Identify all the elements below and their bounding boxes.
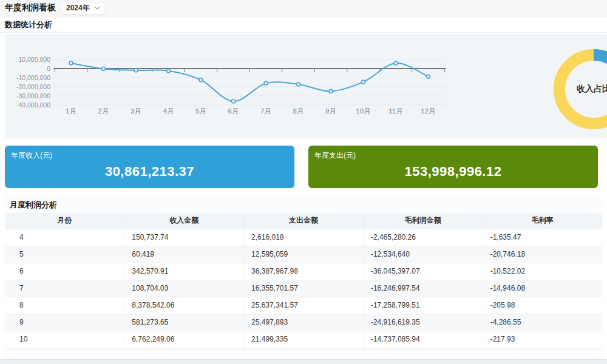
chevron-down-icon [94,6,100,10]
table-row: 88,378,542.0625,637,341.57-17,258,799.51… [5,297,602,314]
table-cell: 6,762,249.06 [124,331,244,348]
chart-panel: 10,000,0000-10,000,000-20,000,000-30,000… [5,34,607,138]
table-cell: 108,704.03 [124,280,244,297]
table-cell: -12,534,640 [363,246,483,263]
stats-section: 数据统计分析 [0,17,607,33]
dashboard-page: 年度利润看板 2024年 数据统计分析 10,000,0000-10,000,0… [0,0,607,364]
table-cell: -14,737,085.94 [363,331,483,348]
table-cell: 36,387,967.98 [244,263,364,280]
svg-text:8月: 8月 [293,107,304,115]
table-cell: 342,570.91 [124,263,244,280]
table-cell: 7,907,889.78 [124,348,244,350]
table-cell: -205.98 [483,297,602,314]
table-row: 6342,570.9136,387,967.98-36,045,397.07-1… [5,263,602,280]
table-cell: -16,246,997.54 [363,280,483,297]
table-cell: -20,746.18 [483,246,602,263]
svg-text:11月: 11月 [388,107,402,115]
svg-text:0: 0 [47,65,50,72]
table-cell: 21,499,335 [244,331,364,348]
table-cell: -217.93 [483,331,602,348]
svg-text:4月: 4月 [163,107,174,115]
table-cell: -2,465,280.26 [363,229,483,246]
stats-section-title: 数据统计分析 [5,19,52,30]
table-row: 9581,273.6525,497,893-24,916,619.35-4,28… [5,314,602,331]
svg-text:2月: 2月 [98,107,109,115]
year-select-value: 2024年 [66,3,90,13]
table-cell: 6 [5,263,124,280]
annual-income-value: 30,861,213.37 [5,164,294,180]
table-row: 7108,704.0316,355,701.57-16,246,997.54-1… [5,280,602,297]
column-header: 毛利润金额 [363,213,483,229]
page-title: 年度利润看板 [5,2,56,13]
svg-text:6月: 6月 [228,107,239,115]
table-cell: 4 [5,229,124,246]
table-row: 4150,737.742,616,018-2,465,280.26-1,635.… [5,229,602,246]
annual-expense-label: 年度支出(元) [314,150,356,161]
column-header: 支出金额 [244,213,364,229]
table-row: 117,907,889.784,024,0495,878,840.7875.04 [5,348,602,350]
table-cell: 60,419 [124,246,244,263]
table-cell: -17,258,799.51 [363,297,483,314]
table-cell: -24,916,619.35 [363,314,483,331]
table-cell: 25,637,341.57 [244,297,364,314]
table-cell: 9 [5,314,124,331]
header: 年度利润看板 2024年 [0,0,607,16]
monthly-profit-title: 月度利润分析 [5,195,602,213]
table-cell: 8,378,542.06 [124,297,244,314]
svg-text:-40,000,000: -40,000,000 [16,101,50,109]
table-header-row: 月份收入金额支出金额毛利润金额毛利率 [5,213,602,229]
table-cell: 5,878,840.78 [363,348,483,350]
table-cell: 581,273.65 [124,314,244,331]
svg-text:5月: 5月 [195,107,206,115]
svg-text:-30,000,000: -30,000,000 [16,92,50,99]
monthly-profit-table: 月份收入金额支出金额毛利润金额毛利率 4150,737.742,616,018-… [5,213,602,350]
column-header: 毛利率 [483,213,602,229]
donut-center-label: 收入占比 [545,41,607,138]
table-cell: -4,286.55 [483,314,602,331]
table-cell: 4,024,049 [244,348,364,350]
table-cell: -1,635.47 [483,229,602,246]
monthly-profit-table-viewport[interactable]: 月份收入金额支出金额毛利润金额毛利率 4150,737.742,616,018-… [5,213,602,350]
monthly-profit-card: 月度利润分析 月份收入金额支出金额毛利润金额毛利率 4150,737.742,6… [5,195,602,358]
table-cell: 2,616,018 [244,229,364,246]
svg-text:10,000,000: 10,000,000 [18,56,50,63]
table-cell: -10,522.02 [483,263,602,280]
table-cell: 5 [5,246,124,263]
kpi-row: 年度收入(元) 30,861,213.37 年度支出(元) 153,998,99… [5,146,602,188]
svg-text:7月: 7月 [260,107,271,115]
table-cell: 150,737.74 [124,229,244,246]
table-cell: 16,355,701.57 [244,280,364,297]
table-cell: 25,497,893 [244,314,364,331]
svg-text:-10,000,000: -10,000,000 [16,74,50,81]
svg-text:12月: 12月 [421,107,435,115]
annual-expense-value: 153,998,996.12 [308,164,598,180]
column-header: 收入金额 [124,213,244,229]
table-cell: 7 [5,280,124,297]
svg-text:9月: 9月 [325,107,336,115]
annual-expense-card: 年度支出(元) 153,998,996.12 [308,146,598,188]
svg-text:10月: 10月 [356,107,370,115]
table-cell: 12,595,059 [244,246,364,263]
annual-income-label: 年度收入(元) [11,150,52,161]
horizontal-scrollbar-track[interactable] [0,359,607,364]
annual-income-card: 年度收入(元) 30,861,213.37 [5,146,294,188]
column-header: 月份 [5,213,124,229]
svg-text:3月: 3月 [131,107,141,115]
svg-text:1月: 1月 [66,107,76,115]
table-cell: 8 [5,297,124,314]
table-cell: 11 [5,348,124,350]
svg-text:-20,000,000: -20,000,000 [16,83,50,90]
table-cell: -14,946.08 [483,280,602,297]
table-cell: 75.04 [483,348,602,350]
table-row: 560,41912,595,059-12,534,640-20,746.18 [5,246,602,263]
income-ratio-donut: 收入占比 [545,41,607,138]
year-select[interactable]: 2024年 [61,2,106,15]
table-row: 106,762,249.0621,499,335-14,737,085.94-2… [5,331,602,348]
profit-line-chart: 10,000,0000-10,000,000-20,000,000-30,000… [5,34,527,138]
table-cell: 10 [5,331,124,348]
table-cell: -36,045,397.07 [363,263,483,280]
